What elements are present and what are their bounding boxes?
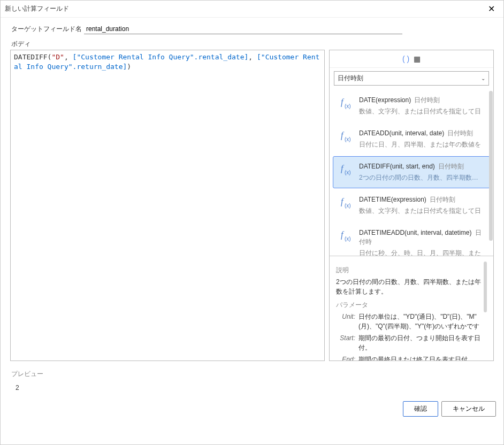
category-select[interactable]: 日付時刻 ⌄ bbox=[334, 71, 489, 86]
function-signature: DATEADD(unit, interval, date) bbox=[359, 129, 444, 137]
fx-icon: f(x) bbox=[339, 195, 354, 210]
function-detail-panel: 説明 2つの日付の間の日数、月数、四半期数、または年数を計算します。 パラメータ… bbox=[330, 256, 493, 360]
detail-desc-heading: 説明 bbox=[336, 266, 487, 275]
param-row: End:期間の最終日または終了日を表す日付。 bbox=[336, 355, 487, 360]
function-description: 日付に秒、分、時、日、月、四半期、また bbox=[359, 249, 483, 256]
svg-text:(x): (x) bbox=[345, 170, 351, 175]
target-field-row: ターゲットフィールド名 bbox=[1, 18, 503, 37]
function-signature: DATETIME(expression) bbox=[359, 196, 426, 203]
expr-token: ) bbox=[127, 63, 131, 71]
function-item[interactable]: f(x)DATETIME(expression)日付時刻数値、文字列、または日付… bbox=[333, 189, 490, 221]
ok-button[interactable]: 確認 bbox=[403, 401, 438, 417]
function-text: DATEDIFF(unit, start, end)日付時刻2つの日付の間の日数… bbox=[359, 162, 483, 182]
svg-text:f: f bbox=[341, 164, 345, 173]
expr-token: ["Customer Rental Info Query".rental_dat… bbox=[73, 53, 249, 61]
param-desc: 期間の最終日または終了日を表す日付。 bbox=[358, 355, 487, 360]
svg-text:f: f bbox=[341, 97, 345, 107]
target-field-label: ターゲットフィールド名 bbox=[11, 25, 82, 34]
function-signature: DATETIMEADD(unit, interval, datetime) bbox=[359, 229, 472, 236]
svg-text:(x): (x) bbox=[345, 136, 351, 142]
function-item[interactable]: f(x)DATEADD(unit, interval, date)日付時刻日付に… bbox=[333, 123, 490, 155]
detail-params-heading: パラメータ bbox=[336, 301, 487, 310]
param-desc: 日付の単位は、"YD"(通日)、"D"(日)、"M"(月)、"Q"(四半期)、"… bbox=[358, 312, 482, 331]
target-field-input[interactable] bbox=[84, 24, 402, 34]
function-category: 日付時刻 bbox=[414, 96, 440, 104]
preview-label: プレビュー bbox=[11, 370, 493, 379]
function-item[interactable]: f(x)DATEDIFF(unit, start, end)日付時刻2つの日付の… bbox=[333, 156, 490, 188]
function-panel: ( ) ▦ 日付時刻 ⌄ f(x)DATE(expression)日付時刻数値、… bbox=[329, 50, 494, 361]
fx-icon: f(x) bbox=[339, 162, 354, 177]
titlebar: 新しい計算フィールド ✕ bbox=[1, 1, 503, 18]
preview-section: プレビュー 2 bbox=[1, 365, 503, 396]
main-area: DATEDIFF("D", ["Customer Rental Info Que… bbox=[1, 50, 503, 365]
expr-token: , bbox=[64, 53, 73, 61]
param-row: Start:期間の最初の日付、つまり開始日を表す日付。 bbox=[336, 333, 487, 352]
function-item[interactable]: f(x)DATE(expression)日付時刻数値、文字列、または日付式を指定… bbox=[333, 90, 490, 122]
param-name: End: bbox=[336, 355, 355, 360]
function-category: 日付時刻 bbox=[447, 129, 473, 137]
function-item[interactable]: f(x)DATETIMEADD(unit, interval, datetime… bbox=[333, 223, 490, 256]
function-description: 日付に日、月、四半期、または年の数値を bbox=[359, 140, 483, 149]
function-text: DATEADD(unit, interval, date)日付時刻日付に日、月、… bbox=[359, 129, 483, 149]
detail-desc-text: 2つの日付の間の日数、月数、四半期数、または年数を計算します。 bbox=[336, 277, 487, 296]
function-text: DATETIMEADD(unit, interval, datetime)日付時… bbox=[359, 228, 483, 256]
function-description: 数値、文字列、または日付式を指定して日 bbox=[359, 107, 483, 116]
svg-text:f: f bbox=[341, 230, 345, 240]
function-signature: DATEDIFF(unit, start, end) bbox=[359, 163, 435, 170]
chevron-down-icon: ⌄ bbox=[481, 75, 485, 81]
dialog-window: 新しい計算フィールド ✕ ターゲットフィールド名 ボディ DATEDIFF("D… bbox=[0, 0, 504, 445]
function-category: 日付時刻 bbox=[438, 163, 464, 170]
param-row: Unit:日付の単位は、"YD"(通日)、"D"(日)、"M"(月)、"Q"(四… bbox=[336, 312, 482, 331]
function-text: DATE(expression)日付時刻数値、文字列、または日付式を指定して日 bbox=[359, 96, 483, 116]
function-list[interactable]: f(x)DATE(expression)日付時刻数値、文字列、または日付式を指定… bbox=[330, 89, 493, 256]
function-description: 数値、文字列、または日付式を指定して日 bbox=[359, 206, 483, 216]
dialog-title: 新しい計算フィールド bbox=[5, 4, 69, 13]
close-icon: ✕ bbox=[488, 4, 495, 13]
fx-icon: f(x) bbox=[339, 228, 354, 243]
expr-token: , bbox=[248, 53, 257, 61]
dialog-buttons: 確認 キャンセル bbox=[1, 396, 503, 423]
svg-text:f: f bbox=[341, 197, 345, 206]
param-desc: 期間の最初の日付、つまり開始日を表す日付。 bbox=[358, 333, 487, 352]
functions-tab-icon[interactable]: ( ) bbox=[402, 55, 409, 63]
expr-token: DATEDIFF( bbox=[14, 53, 51, 61]
expression-editor[interactable]: DATEDIFF("D", ["Customer Rental Info Que… bbox=[10, 50, 325, 361]
category-selected-label: 日付時刻 bbox=[338, 74, 363, 83]
close-button[interactable]: ✕ bbox=[485, 4, 498, 14]
fx-icon: f(x) bbox=[339, 129, 354, 144]
scrollbar[interactable] bbox=[484, 262, 487, 312]
param-name: Unit: bbox=[336, 312, 355, 331]
body-label: ボディ bbox=[1, 37, 503, 50]
svg-text:(x): (x) bbox=[345, 203, 351, 209]
svg-text:(x): (x) bbox=[345, 103, 351, 109]
function-description: 2つの日付の間の日数、月数、四半期数、ま bbox=[359, 173, 483, 182]
param-name: Start: bbox=[336, 333, 355, 352]
preview-value: 2 bbox=[11, 382, 493, 394]
function-signature: DATE(expression) bbox=[359, 96, 411, 104]
fields-tab-icon[interactable]: ▦ bbox=[414, 55, 421, 63]
fx-icon: f(x) bbox=[339, 96, 354, 111]
scrollbar[interactable] bbox=[489, 91, 493, 241]
cancel-button[interactable]: キャンセル bbox=[441, 401, 496, 417]
svg-text:(x): (x) bbox=[345, 236, 351, 242]
expr-token: "D" bbox=[51, 53, 64, 61]
svg-text:f: f bbox=[341, 131, 345, 140]
function-category: 日付時刻 bbox=[430, 196, 455, 203]
function-text: DATETIME(expression)日付時刻数値、文字列、または日付式を指定… bbox=[359, 195, 483, 216]
panel-toolbar: ( ) ▦ bbox=[330, 50, 493, 68]
